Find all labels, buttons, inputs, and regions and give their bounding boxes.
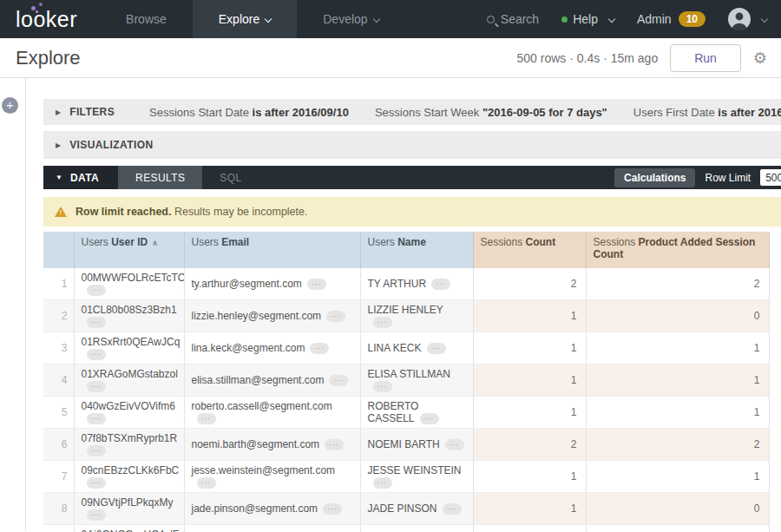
table-cell[interactable]: 01XRAGoMGstabzol··· bbox=[74, 365, 184, 397]
cell-menu-icon[interactable]: ··· bbox=[373, 381, 392, 392]
cell-menu-icon[interactable]: ··· bbox=[197, 413, 216, 424]
measure-cell[interactable]: 1 bbox=[586, 332, 769, 365]
measure-cell[interactable]: 1 bbox=[473, 365, 586, 397]
table-cell[interactable]: 01RSxRrt0QEAwJCq··· bbox=[74, 332, 184, 365]
nav-item-develop[interactable]: Develop bbox=[297, 0, 404, 38]
table-cell[interactable]: LINA KECK··· bbox=[360, 332, 473, 365]
table-row[interactable]: 201CL80b08Sz3Bzh1···lizzie.henley@segmen… bbox=[43, 300, 769, 332]
table-cell[interactable]: 09NGVtjPfLPkqxMy··· bbox=[74, 493, 184, 525]
table-row[interactable]: 607f8bTSXmRyprb1R···noemi.barth@segment.… bbox=[43, 429, 769, 461]
cell-menu-icon[interactable]: ··· bbox=[310, 343, 329, 354]
measure-cell[interactable]: 1 bbox=[473, 397, 586, 429]
table-cell[interactable]: ty.arthur@segment.com··· bbox=[184, 268, 360, 300]
nav-item-browse[interactable]: Browse bbox=[100, 0, 193, 38]
nav-search[interactable]: Search bbox=[487, 12, 539, 26]
filters-bar[interactable]: ▶ FILTERS Sessions Start Date is after 2… bbox=[43, 99, 781, 125]
table-cell[interactable]: 040wGzEivVOVifm6··· bbox=[74, 397, 184, 429]
measure-cell[interactable]: 1 bbox=[473, 332, 586, 365]
measure-cell[interactable]: 2 bbox=[586, 429, 769, 461]
visualization-bar[interactable]: ▶ VISUALIZATION bbox=[43, 131, 781, 159]
table-cell[interactable]: elisa.stillman@segment.com··· bbox=[184, 365, 360, 397]
table-row[interactable]: 90Ai6GNCGszHC4qlF···jamal.keefe@segment.… bbox=[43, 525, 769, 532]
cell-menu-icon[interactable]: ··· bbox=[427, 343, 446, 354]
column-header-name[interactable]: Users Name bbox=[360, 232, 473, 268]
table-cell[interactable]: lizzie.henley@segment.com··· bbox=[184, 300, 360, 332]
table-row[interactable]: 401XRAGoMGstabzol···elisa.stillman@segme… bbox=[43, 365, 769, 397]
table-row[interactable]: 709cnEBzzCLKk6FbC···jesse.weinstein@segm… bbox=[43, 461, 769, 493]
table-cell[interactable]: noemi.barth@segment.com··· bbox=[184, 429, 360, 461]
table-row[interactable]: 301RSxRrt0QEAwJCq···lina.keck@segment.co… bbox=[43, 332, 769, 365]
measure-cell[interactable]: 1 bbox=[473, 461, 586, 493]
table-cell[interactable]: jesse.weinstein@segment.com··· bbox=[184, 461, 360, 493]
measure-cell[interactable]: 0 bbox=[586, 300, 769, 332]
nav-item-explore[interactable]: Explore bbox=[193, 0, 297, 38]
column-header-count[interactable]: Sessions Count bbox=[473, 232, 586, 268]
measure-cell[interactable]: 2 bbox=[473, 429, 586, 461]
cell-menu-icon[interactable]: ··· bbox=[307, 279, 326, 290]
table-cell[interactable]: 09cnEBzzCLKk6FbC··· bbox=[74, 461, 184, 493]
cell-menu-icon[interactable]: ··· bbox=[87, 285, 106, 296]
table-cell[interactable]: 07f8bTSXmRyprb1R··· bbox=[74, 429, 184, 461]
cell-menu-icon[interactable]: ··· bbox=[329, 375, 348, 386]
cell-menu-icon[interactable]: ··· bbox=[87, 349, 106, 360]
cell-menu-icon[interactable]: ··· bbox=[87, 477, 106, 489]
run-button[interactable]: Run bbox=[670, 44, 741, 72]
cell-menu-icon[interactable]: ··· bbox=[431, 279, 450, 290]
user-menu[interactable] bbox=[728, 8, 767, 30]
cell-menu-icon[interactable]: ··· bbox=[87, 509, 106, 521]
cell-menu-icon[interactable]: ··· bbox=[325, 439, 344, 450]
measure-cell[interactable]: 1 bbox=[473, 493, 586, 525]
column-header-product-added-session-count[interactable]: Sessions Product Added Session Count bbox=[586, 232, 769, 268]
table-cell[interactable]: TY ARTHUR··· bbox=[360, 268, 473, 300]
cell-menu-icon[interactable]: ··· bbox=[197, 477, 216, 489]
filter-item[interactable]: Users First Date is after 2016/09/10 bbox=[633, 106, 781, 119]
table-cell[interactable]: lina.keck@segment.com··· bbox=[184, 332, 360, 365]
table-cell[interactable]: 00MWWFOLRcETcTCf··· bbox=[74, 268, 184, 300]
gear-icon[interactable]: ⚙ bbox=[753, 50, 767, 66]
row-limit-input[interactable] bbox=[760, 169, 781, 186]
calculations-button[interactable]: Calculations bbox=[614, 168, 695, 187]
table-cell[interactable]: JADE PINSON··· bbox=[360, 493, 473, 525]
cell-menu-icon[interactable]: ··· bbox=[373, 317, 392, 328]
measure-cell[interactable]: 0 bbox=[586, 493, 769, 525]
nav-help[interactable]: Help bbox=[561, 12, 614, 26]
looker-logo[interactable]: looker bbox=[0, 0, 100, 38]
cell-menu-icon[interactable]: ··· bbox=[87, 381, 106, 392]
filter-item[interactable]: Sessions Start Week "2016-09-05 for 7 da… bbox=[375, 106, 607, 119]
table-cell[interactable]: jade.pinson@segment.com··· bbox=[184, 493, 360, 525]
cell-menu-icon[interactable]: ··· bbox=[87, 445, 106, 456]
cell-menu-icon[interactable]: ··· bbox=[323, 503, 342, 515]
measure-cell[interactable]: 1 bbox=[473, 300, 586, 332]
column-header-user-id[interactable]: Users User ID∧ bbox=[74, 232, 184, 268]
measure-cell[interactable]: 1 bbox=[586, 397, 769, 429]
table-cell[interactable]: LIZZIE HENLEY··· bbox=[360, 300, 473, 332]
table-cell[interactable]: jamal.keefe@segment.com··· bbox=[184, 525, 360, 532]
table-cell[interactable]: JAMAL KEEFE··· bbox=[360, 525, 473, 532]
table-cell[interactable]: JESSE WEINSTEIN··· bbox=[360, 461, 473, 493]
table-cell[interactable]: roberto.cassell@segment.com··· bbox=[184, 397, 360, 429]
table-cell[interactable]: ELISA STILLMAN··· bbox=[360, 365, 473, 397]
measure-cell[interactable]: 2 bbox=[586, 268, 769, 300]
data-section-toggle[interactable]: ▼ DATA bbox=[43, 166, 118, 189]
measure-cell[interactable]: 2 bbox=[473, 268, 586, 300]
table-cell[interactable]: NOEMI BARTH··· bbox=[360, 429, 473, 461]
cell-menu-icon[interactable]: ··· bbox=[87, 413, 106, 424]
cell-menu-icon[interactable]: ··· bbox=[445, 439, 464, 450]
add-button[interactable]: + bbox=[2, 97, 18, 114]
cell-menu-icon[interactable]: ··· bbox=[420, 413, 439, 424]
table-row[interactable]: 100MWWFOLRcETcTCf···ty.arthur@segment.co… bbox=[43, 268, 769, 300]
filter-item[interactable]: Sessions Start Date is after 2016/09/10 bbox=[149, 106, 349, 119]
cell-menu-icon[interactable]: ··· bbox=[443, 503, 462, 515]
table-row[interactable]: 809NGVtjPfLPkqxMy···jade.pinson@segment.… bbox=[43, 493, 769, 525]
tab-sql[interactable]: SQL bbox=[202, 166, 259, 189]
measure-cell[interactable]: 1 bbox=[473, 525, 586, 532]
table-row[interactable]: 5040wGzEivVOVifm6···roberto.cassell@segm… bbox=[43, 397, 769, 429]
column-header-email[interactable]: Users Email bbox=[184, 232, 360, 268]
nav-admin[interactable]: Admin 10 bbox=[637, 11, 706, 27]
measure-cell[interactable]: 1 bbox=[586, 525, 769, 532]
measure-cell[interactable]: 1 bbox=[586, 365, 769, 397]
tab-results[interactable]: RESULTS bbox=[118, 166, 202, 189]
cell-menu-icon[interactable]: ··· bbox=[326, 311, 345, 322]
measure-cell[interactable]: 1 bbox=[586, 461, 769, 493]
cell-menu-icon[interactable]: ··· bbox=[87, 317, 106, 328]
